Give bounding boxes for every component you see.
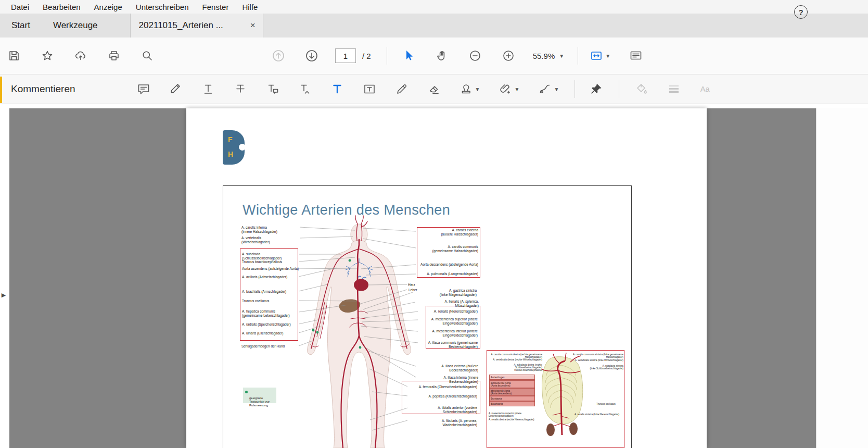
page-total-label: / 2 xyxy=(362,52,371,60)
svg-text:Aa: Aa xyxy=(700,85,710,93)
artery-label: A. mesenterica inferior (untere Eingewei… xyxy=(419,329,478,337)
chevron-down-icon: ▼ xyxy=(514,86,519,92)
aorta-segment-label: absteigende Aorta (Aorta descendens) xyxy=(489,388,535,396)
favorite-star-button[interactable] xyxy=(41,49,54,63)
fill-color-icon[interactable] xyxy=(635,82,648,96)
strikethrough-text-icon[interactable] xyxy=(234,82,247,96)
reading-mode-button[interactable] xyxy=(629,49,643,63)
print-button[interactable] xyxy=(107,49,121,63)
selection-tool-button[interactable] xyxy=(402,49,415,63)
attach-file-tool[interactable]: ▼ xyxy=(499,82,519,96)
stamp-tool[interactable]: ▼ xyxy=(459,82,480,96)
artery-label: A. carotis communis sinistra (linke geme… xyxy=(569,353,623,359)
tab-bar: Start Werkzeuge 20211015_Arterien ... × xyxy=(0,14,868,38)
artery-label: A. iliaca communis (gemeinsame Beckensch… xyxy=(419,341,478,349)
artery-label: A. carotis interna (innere Halsschlagade… xyxy=(241,226,299,233)
expand-pane-handle[interactable]: ▶ xyxy=(0,289,7,301)
artery-label: A. pulmonalis (Lungenschlagader) xyxy=(418,272,478,276)
artery-label: Truncus brachiocephalicus xyxy=(488,369,542,371)
text-box-icon[interactable] xyxy=(363,82,376,96)
underline-text-icon[interactable] xyxy=(201,82,215,96)
artery-label: A. vertebralis dextra (rechte Wirbelschl… xyxy=(488,358,542,361)
document-tab[interactable]: 20211015_Arterien ... × xyxy=(130,14,263,38)
replace-text-note-icon[interactable] xyxy=(266,82,279,96)
artery-label: A. subclavia sinistra (linke Schlüsselbe… xyxy=(580,365,623,370)
menu-item-anzeige[interactable]: Anzeige xyxy=(87,2,129,13)
next-page-button[interactable] xyxy=(305,49,318,63)
save-button[interactable] xyxy=(7,49,21,63)
highlight-text-icon[interactable] xyxy=(169,82,183,96)
zoom-level-select[interactable]: 55.9% ▼ xyxy=(533,52,564,60)
menu-item-fenster[interactable]: Fenster xyxy=(196,2,236,13)
acrobat-window: DateiBearbeitenAnzeigeUnterschreibenFens… xyxy=(0,0,868,448)
fit-width-button[interactable]: ▼ xyxy=(590,49,610,63)
green-dot-icon xyxy=(245,391,248,393)
artery-label: A. carotis communis (gemeinsame Halsschl… xyxy=(418,245,478,253)
pin-comment-icon[interactable] xyxy=(590,82,603,96)
artery-label: A. iliaca interna (innere Beckenschlagad… xyxy=(417,376,478,383)
artery-label: A. renalis (Nierenschlagader) xyxy=(419,309,478,314)
logo-letter-h: H xyxy=(228,150,233,158)
artery-label: A. axillaris (Achselschlagader) xyxy=(242,275,299,279)
menu-item-unterschreiben[interactable]: Unterschreiben xyxy=(129,2,196,13)
page-number-input[interactable] xyxy=(335,48,356,63)
chevron-down-icon: ▼ xyxy=(475,86,480,92)
artery-label: A. iliaca externa (äußere Beckenschlagad… xyxy=(417,364,478,372)
artery-label: A. mesenterica superior (obere Eingeweid… xyxy=(489,412,546,418)
artery-label: A. poplitea (Kniekehlschlagader) xyxy=(409,394,477,399)
pdf-page[interactable]: F H Wichtige Arterien des Menschen xyxy=(186,108,707,448)
share-cloud-button[interactable] xyxy=(74,49,87,63)
tools-pane-rail xyxy=(816,108,868,448)
artery-label: Aorta descendens (absteigende Aorta) xyxy=(418,263,478,267)
artery-label: A. gastrica sinistra (linke Magenschlaga… xyxy=(416,289,477,296)
zoom-out-button[interactable] xyxy=(468,49,482,63)
artery-label: A. mesenterica superior (obere Eingeweid… xyxy=(419,317,478,325)
artery-label: A. femoralis (Oberschenkelschlagader) xyxy=(409,385,477,389)
search-icon[interactable] xyxy=(141,49,154,63)
insert-text-icon[interactable] xyxy=(298,82,312,96)
zoom-level-value: 55.9% xyxy=(533,52,555,60)
fhb-logo: F H xyxy=(223,130,245,165)
toolbar-shadow-strip xyxy=(0,104,868,108)
aorta-segment-label: Brustaorta xyxy=(489,396,535,401)
zoom-in-button[interactable] xyxy=(502,49,515,63)
comment-toolbar: Kommentieren xyxy=(0,74,868,104)
artery-label: Herz xyxy=(408,283,434,287)
document-tab-title: 20211015_Arterien ... xyxy=(139,20,248,31)
artery-label: A. renalis dextra (rechte Nierenschlagad… xyxy=(489,418,546,421)
drawing-tools-tool[interactable]: ▼ xyxy=(538,82,559,96)
text-appearance-icon[interactable]: Aa xyxy=(699,82,713,96)
artery-label: A. brachialis (Armschlagader) xyxy=(242,290,299,294)
menu-bar: DateiBearbeitenAnzeigeUnterschreibenFens… xyxy=(0,0,868,14)
aorta-segment-label: aufsteigende Aorta (Aorta ascendens) xyxy=(489,380,535,388)
tab-werkzeuge[interactable]: Werkzeuge xyxy=(42,14,109,38)
aorta-segment-label: Aortenbogen xyxy=(489,375,535,380)
thorax-inset: A. carotis communis dextra (rechte gemei… xyxy=(487,350,624,448)
artery-label: A. tibialis anterior (vordere Schienbein… xyxy=(409,406,477,414)
document-viewer: ▶ F H Wichtige Arterien des Menschen xyxy=(0,108,868,448)
artery-label: A. lienalis (A. splenica, Milzschlagader… xyxy=(417,300,479,307)
artery-label: Schlagadernbogen der Hand xyxy=(241,344,299,349)
artery-label: A. radialis (Speichenschlagader) xyxy=(242,322,299,327)
tab-start[interactable]: Start xyxy=(0,14,42,38)
navigation-pane-rail: ▶ xyxy=(0,108,9,448)
close-icon[interactable]: × xyxy=(248,20,258,31)
artery-label: Truncus brachiocephalicus xyxy=(242,260,299,264)
menu-item-hilfe[interactable]: Hilfe xyxy=(235,2,264,13)
help-icon[interactable]: ? xyxy=(794,5,808,19)
artery-label: A. renalis sinistra (linke Nierenschlaga… xyxy=(575,413,623,416)
add-text-icon[interactable] xyxy=(330,82,344,96)
line-weight-icon[interactable] xyxy=(667,82,681,96)
sticky-note-icon[interactable] xyxy=(137,82,150,96)
pencil-draw-icon[interactable] xyxy=(395,82,409,96)
menu-item-datei[interactable]: Datei xyxy=(4,2,36,13)
menu-item-bearbeiten[interactable]: Bearbeiten xyxy=(36,2,87,13)
eraser-icon[interactable] xyxy=(427,82,441,96)
logo-letter-f: F xyxy=(228,135,233,144)
artery-label: Truncus coeliacus xyxy=(242,299,299,303)
main-toolbar: / 2 55.9% ▼ ▼ xyxy=(0,38,868,74)
previous-page-button[interactable] xyxy=(272,49,285,63)
hand-tool-button[interactable] xyxy=(435,49,449,63)
chevron-down-icon: ▼ xyxy=(554,86,559,92)
artery-label: A. carotis externa (äußere Halsschlagade… xyxy=(418,228,478,236)
